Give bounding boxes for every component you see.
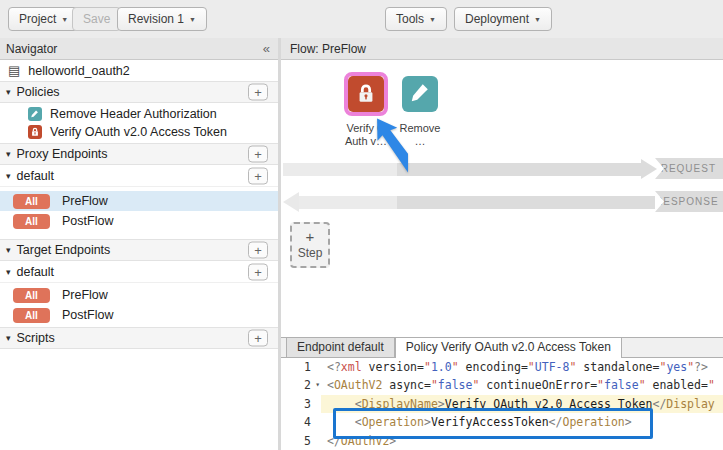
- line-number: 3: [281, 395, 321, 413]
- code-editor[interactable]: 1 <?xml version="1.0" encoding="UTF-8" s…: [281, 358, 723, 450]
- flow-step-verify-oauth[interactable]: [344, 72, 388, 116]
- flow-label: PostFlow: [62, 214, 113, 228]
- bundle-label: helloworld_oauth2: [28, 64, 129, 78]
- sidebar-item-policy-verify-oauth[interactable]: Verify OAuth v2.0 Access Token: [0, 123, 278, 141]
- plus-icon: +: [254, 168, 262, 183]
- sidebar-item-bundle[interactable]: ▤ helloworld_oauth2: [0, 60, 278, 81]
- revision-menu-label: Revision 1: [128, 12, 184, 26]
- request-flow-bar: [397, 163, 641, 176]
- code-line[interactable]: 3 <DisplayName>Verify OAuth v2.0 Access …: [281, 395, 723, 413]
- request-arrowhead-icon: [641, 159, 657, 179]
- add-step-button[interactable]: + Step: [290, 222, 330, 268]
- revision-menu-button[interactable]: Revision 1 ▼: [117, 7, 207, 31]
- pencil-icon: [28, 107, 42, 121]
- navigator-header: Navigator «: [0, 38, 278, 60]
- plus-icon: +: [306, 230, 315, 244]
- deployment-menu-label: Deployment: [465, 12, 529, 26]
- response-arrowhead-icon: [283, 192, 299, 212]
- add-target-flow-button[interactable]: +: [248, 263, 268, 280]
- lock-icon: [348, 76, 384, 112]
- chevron-down-icon: ▼: [189, 16, 196, 23]
- sidebar-item-proxy-postflow[interactable]: All PostFlow: [0, 211, 278, 231]
- code-line[interactable]: 4 <Operation>VerifyAccessToken</Operatio…: [281, 413, 723, 431]
- caret-down-icon: ▾: [6, 333, 11, 343]
- tab-policy-verify-oauth[interactable]: Policy Verify OAuth v2.0 Access Token: [395, 337, 622, 358]
- sidebar-item-target-preflow[interactable]: All PreFlow: [0, 285, 278, 305]
- plus-icon: +: [254, 243, 262, 258]
- sidebar-item-proxy-preflow[interactable]: All PreFlow: [0, 191, 278, 211]
- caret-down-icon: ▾: [6, 245, 11, 255]
- code-line[interactable]: 5 </OAuthV2>: [281, 432, 723, 450]
- sidebar-group-target-default[interactable]: ▾ default +: [0, 261, 278, 283]
- section-label: Policies: [17, 85, 60, 99]
- caret-down-icon: ▾: [6, 149, 11, 159]
- request-label: REQUEST: [655, 158, 723, 179]
- navigator-title: Navigator: [6, 42, 57, 56]
- all-badge: All: [13, 194, 50, 209]
- flow-label: PreFlow: [62, 288, 108, 302]
- save-button-label: Save: [83, 12, 110, 26]
- flow-panel: Verify OAuth v… Remove… REQUEST RESPONSE…: [281, 60, 723, 450]
- caret-down-icon: ▾: [6, 87, 11, 97]
- editor-tab-bar: Endpoint default Policy Verify OAuth v2.…: [281, 337, 723, 358]
- policy-label: Remove Header Authorization: [50, 107, 217, 121]
- chevron-down-icon: ▼: [429, 16, 436, 23]
- group-label: default: [17, 169, 55, 183]
- lock-icon: [28, 125, 42, 139]
- section-label: Proxy Endpoints: [17, 147, 108, 161]
- flow-header: Flow: PreFlow: [281, 38, 723, 60]
- fold-icon[interactable]: ▾: [315, 376, 320, 394]
- project-menu-button[interactable]: Project ▼: [8, 7, 79, 31]
- code-editor-panel: Endpoint default Policy Verify OAuth v2.…: [281, 337, 723, 450]
- plus-icon: +: [254, 147, 262, 162]
- flow-label: PreFlow: [62, 194, 108, 208]
- plus-icon: +: [254, 331, 262, 346]
- chevron-down-icon: ▼: [61, 16, 68, 23]
- flow-label: PostFlow: [62, 308, 113, 322]
- response-flow-bar: [299, 196, 397, 209]
- add-policy-button[interactable]: +: [248, 84, 268, 101]
- plus-icon: +: [254, 85, 262, 100]
- save-button[interactable]: Save: [72, 7, 121, 31]
- line-number: 5: [281, 432, 321, 450]
- add-script-button[interactable]: +: [248, 330, 268, 347]
- flow-step-remove-header[interactable]: [402, 76, 438, 112]
- all-badge: All: [13, 214, 50, 229]
- all-badge: All: [13, 308, 50, 323]
- tools-menu-label: Tools: [396, 12, 424, 26]
- sidebar-section-policies[interactable]: ▾ Policies +: [0, 81, 278, 103]
- tools-menu-button[interactable]: Tools ▼: [385, 7, 447, 31]
- response-label: RESPONSE: [655, 191, 723, 212]
- code-line[interactable]: 2▾ <OAuthV2 async="false" continueOnErro…: [281, 376, 723, 394]
- add-proxy-endpoint-button[interactable]: +: [248, 146, 268, 163]
- apigee-proxy-editor: Project ▼ Save Revision 1 ▼ Tools ▼ Depl…: [0, 0, 723, 450]
- add-step-label: Step: [298, 246, 323, 260]
- all-badge: All: [13, 288, 50, 303]
- collapse-sidebar-icon[interactable]: «: [263, 41, 270, 56]
- sidebar-item-target-postflow[interactable]: All PostFlow: [0, 305, 278, 325]
- add-proxy-flow-button[interactable]: +: [248, 167, 268, 184]
- line-number: 1: [281, 358, 321, 376]
- toolbar: Project ▼ Save Revision 1 ▼ Tools ▼ Depl…: [0, 0, 723, 39]
- line-number: 2▾: [281, 376, 321, 394]
- sidebar-item-policy-remove-header[interactable]: Remove Header Authorization: [0, 105, 278, 123]
- chevron-down-icon: ▼: [534, 16, 541, 23]
- add-target-endpoint-button[interactable]: +: [248, 242, 268, 259]
- sidebar-section-proxy-endpoints[interactable]: ▾ Proxy Endpoints +: [0, 143, 278, 165]
- sidebar-section-scripts[interactable]: ▾ Scripts +: [0, 327, 278, 349]
- group-label: default: [17, 265, 55, 279]
- sidebar-group-proxy-default[interactable]: ▾ default +: [0, 165, 278, 187]
- tab-endpoint-default[interactable]: Endpoint default: [286, 337, 395, 357]
- line-number: 4: [281, 413, 321, 431]
- flow-header-title: Flow: PreFlow: [290, 42, 366, 56]
- caret-down-icon: ▾: [6, 171, 11, 181]
- deployment-menu-button[interactable]: Deployment ▼: [454, 7, 552, 31]
- section-label: Scripts: [17, 331, 55, 345]
- section-label: Target Endpoints: [17, 243, 111, 257]
- bundle-icon: ▤: [8, 64, 20, 77]
- policy-label: Verify OAuth v2.0 Access Token: [50, 125, 227, 139]
- navigator-panel: ▤ helloworld_oauth2 ▾ Policies + Remove …: [0, 60, 278, 450]
- pencil-icon: [409, 81, 431, 107]
- sidebar-section-target-endpoints[interactable]: ▾ Target Endpoints +: [0, 239, 278, 261]
- code-line[interactable]: 1 <?xml version="1.0" encoding="UTF-8" s…: [281, 358, 723, 376]
